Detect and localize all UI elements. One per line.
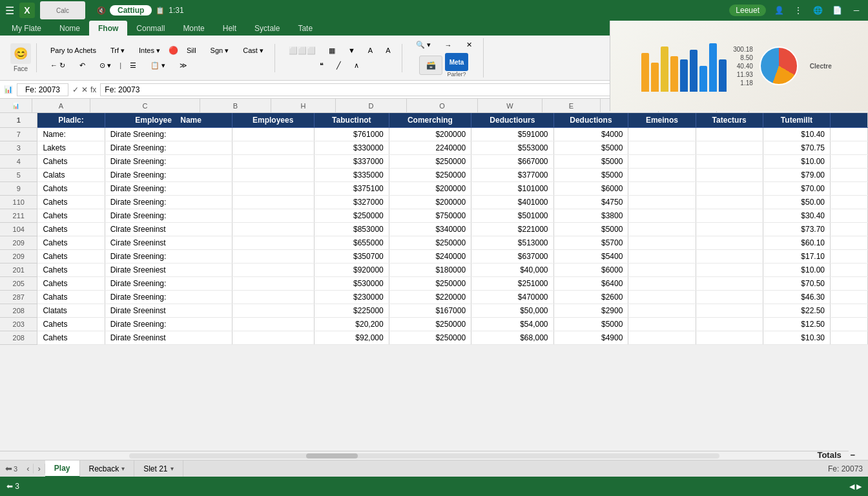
align-btn[interactable]: ☰ bbox=[124, 59, 142, 72]
cell-211-H[interactable]: $250000 bbox=[314, 209, 389, 223]
cell-203-D[interactable]: $250000 bbox=[389, 318, 471, 331]
cell-9-B[interactable] bbox=[232, 182, 314, 196]
cell-4-C[interactable]: Dirate Sreening: bbox=[105, 155, 232, 169]
cell-110-W[interactable]: $4750 bbox=[553, 196, 628, 209]
tab-syctale[interactable]: Syctale bbox=[245, 21, 289, 36]
cell-9-A[interactable]: Cahots bbox=[37, 182, 105, 196]
intes-btn[interactable]: Intes ▾ bbox=[133, 44, 166, 57]
cell-7-H[interactable]: $761000 bbox=[314, 128, 389, 141]
cell-4-F[interactable] bbox=[696, 155, 763, 169]
quote-btn[interactable]: ❝ bbox=[314, 59, 329, 72]
cell-203-W[interactable]: $5000 bbox=[553, 318, 628, 331]
cell-9-D[interactable]: $200000 bbox=[389, 182, 471, 196]
cell-201-F[interactable] bbox=[696, 264, 763, 277]
user-badge[interactable]: Leeuet bbox=[729, 5, 766, 16]
scrollbar-thumb[interactable] bbox=[306, 453, 358, 459]
cell-5-W[interactable]: $5000 bbox=[553, 169, 628, 182]
cell-104-W[interactable]: $5000 bbox=[553, 223, 628, 236]
cell-209a-F[interactable] bbox=[696, 236, 763, 250]
cell-3-E[interactable] bbox=[628, 141, 696, 155]
cell-209a-O[interactable]: $513000 bbox=[471, 236, 553, 250]
cell-208b-L[interactable]: $10.30 bbox=[763, 331, 830, 345]
cancel-formula-icon[interactable]: ✕ bbox=[81, 85, 88, 94]
cell-208b-W[interactable]: $4900 bbox=[553, 331, 628, 345]
cell-104-B[interactable] bbox=[232, 223, 314, 236]
fontcolor-btn[interactable]: A bbox=[362, 44, 378, 57]
cell-209b-W[interactable]: $5400 bbox=[553, 250, 628, 264]
cell-205-C[interactable]: Dirate Sreening: bbox=[105, 277, 232, 291]
tab-nome[interactable]: Nome bbox=[50, 21, 89, 36]
cell-110-A[interactable]: Cahets bbox=[37, 196, 105, 209]
cell-7-L[interactable]: $10.40 bbox=[763, 128, 830, 141]
cell-208b-F[interactable] bbox=[696, 331, 763, 345]
sheet-nav-3[interactable]: 3 bbox=[14, 465, 17, 473]
cell-287-A[interactable]: Cahats bbox=[37, 291, 105, 304]
undo-btn[interactable]: ↶ bbox=[74, 59, 91, 72]
slash-btn[interactable]: ╱ bbox=[331, 59, 347, 72]
meta-btn[interactable]: Meta bbox=[445, 53, 468, 71]
cell-287-D[interactable]: $220000 bbox=[389, 291, 471, 304]
cell-201-C[interactable]: Dirate Sreeniest bbox=[105, 264, 232, 277]
cell-110-O[interactable]: $401000 bbox=[471, 196, 553, 209]
cell-7-B[interactable] bbox=[232, 128, 314, 141]
cell-201-A[interactable]: Cahets bbox=[37, 264, 105, 277]
cell-208b-E[interactable] bbox=[628, 331, 696, 345]
cell-203-H[interactable]: $20,200 bbox=[314, 318, 389, 331]
sheet-tab-slet21[interactable]: Slet 21 ▾ bbox=[134, 460, 183, 477]
cell-208a-C[interactable]: Dirate Sreeninst bbox=[105, 304, 232, 318]
cell-205-B[interactable] bbox=[232, 277, 314, 291]
cell-7-E[interactable] bbox=[628, 128, 696, 141]
cell-209b-E[interactable] bbox=[628, 250, 696, 264]
cell-201-B[interactable] bbox=[232, 264, 314, 277]
cell-205-A[interactable]: Cahets bbox=[37, 277, 105, 291]
cell-110-E[interactable] bbox=[628, 196, 696, 209]
tab-helt[interactable]: Helt bbox=[214, 21, 245, 36]
cell-203-A[interactable]: Cahets bbox=[37, 318, 105, 331]
cell-209a-C[interactable]: Cirate Sreeninst bbox=[105, 236, 232, 250]
cell-4-A[interactable]: Cahets bbox=[37, 155, 105, 169]
cell-110-B[interactable] bbox=[232, 196, 314, 209]
close-find-btn[interactable]: ✕ bbox=[460, 38, 478, 52]
tab-conmall[interactable]: Conmall bbox=[127, 21, 174, 36]
cell-5-E[interactable] bbox=[628, 169, 696, 182]
cell-104-O[interactable]: $221000 bbox=[471, 223, 553, 236]
back-btn[interactable]: ← ↻ bbox=[45, 59, 71, 72]
cell-104-L[interactable]: $73.70 bbox=[763, 223, 830, 236]
search-range-btn[interactable]: 🔍 ▾ bbox=[410, 38, 437, 52]
tab-fhow[interactable]: Fhow bbox=[89, 21, 127, 36]
cell-3-C[interactable]: Dirate Sreening: bbox=[105, 141, 232, 155]
col-header-C[interactable]: C bbox=[90, 99, 200, 112]
cell-208b-D[interactable]: $250000 bbox=[389, 331, 471, 345]
cell-110-L[interactable]: $50.00 bbox=[763, 196, 830, 209]
cell-3-B[interactable] bbox=[232, 141, 314, 155]
col-header-O[interactable]: O bbox=[407, 99, 478, 112]
cell-208a-H[interactable]: $225000 bbox=[314, 304, 389, 318]
cell-208a-W[interactable]: $2900 bbox=[553, 304, 628, 318]
sheet-prev-icon[interactable]: ⬅ bbox=[5, 464, 12, 473]
cell-203-B[interactable] bbox=[232, 318, 314, 331]
cell-209a-A[interactable]: Cahets bbox=[37, 236, 105, 250]
cell-5-F[interactable] bbox=[696, 169, 763, 182]
trf-btn[interactable]: Trf ▾ bbox=[105, 44, 130, 57]
scrollbar-area[interactable] bbox=[0, 451, 849, 460]
cell-208a-A[interactable]: Clatats bbox=[37, 304, 105, 318]
fillcolor-btn[interactable]: A bbox=[380, 44, 396, 57]
cell-203-E[interactable] bbox=[628, 318, 696, 331]
indent-btn[interactable]: ▦ bbox=[323, 44, 341, 57]
cell-211-E[interactable] bbox=[628, 209, 696, 223]
cell-208b-H[interactable]: $92,000 bbox=[314, 331, 389, 345]
col-header-A[interactable]: A bbox=[32, 99, 90, 112]
cell-9-F[interactable] bbox=[696, 182, 763, 196]
cell-4-W[interactable]: $5000 bbox=[553, 155, 628, 169]
more-icon[interactable]: ⋮ bbox=[792, 4, 805, 17]
cell-201-L[interactable]: $10.00 bbox=[763, 264, 830, 277]
cell-104-E[interactable] bbox=[628, 223, 696, 236]
cell-3-H[interactable]: $330000 bbox=[314, 141, 389, 155]
copy2-btn[interactable]: 📋 ▾ bbox=[145, 59, 171, 72]
cell-7-D[interactable]: $200000 bbox=[389, 128, 471, 141]
toolbar-icon-2[interactable]: 📋 bbox=[156, 6, 165, 15]
cell-9-E[interactable] bbox=[628, 182, 696, 196]
cell-4-O[interactable]: $667000 bbox=[471, 155, 553, 169]
cell-211-C[interactable]: Dirate Sreening: bbox=[105, 209, 232, 223]
cell-201-W[interactable]: $6000 bbox=[553, 264, 628, 277]
